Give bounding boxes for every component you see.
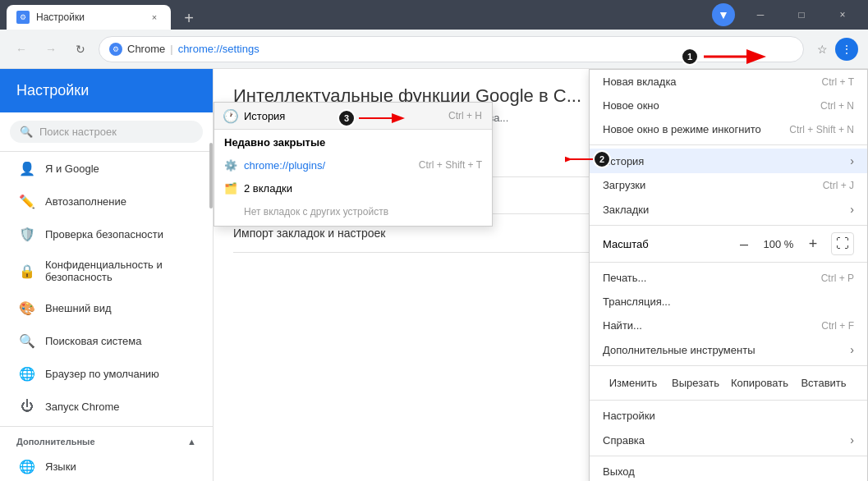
content-area: Интеллектуальные функции Google в С... С… <box>214 69 868 481</box>
annotation-2: 2 <box>593 150 611 168</box>
menu-settings[interactable]: Настройки <box>590 404 867 428</box>
sidebar-item-security[interactable]: 🛡️ Проверка безопасности <box>0 218 213 250</box>
sidebar-item-default-browser[interactable]: 🌐 Браузер по умолчанию <box>0 357 213 390</box>
title-bar: ⚙ Настройки × + ▼ ─ □ × <box>0 0 868 30</box>
copy-button[interactable]: Копировать <box>728 373 792 393</box>
menu-edit-row: Изменить Вырезать Копировать Вставить <box>590 369 867 396</box>
window-close-button[interactable]: × <box>824 0 861 30</box>
additional-arrow: ▲ <box>187 437 196 447</box>
sidebar-label-startup: Запуск Chrome <box>45 401 120 413</box>
sidebar-item-privacy[interactable]: 🔒 Конфиденциальность и безопасность <box>0 250 213 291</box>
plugin-icon: ⚙️ <box>224 158 237 172</box>
sidebar-item-autofill[interactable]: ✏️ Автозаполнение <box>0 185 213 218</box>
tab-close-button[interactable]: × <box>148 11 161 24</box>
sidebar-item-search[interactable]: 🔍 Поисковая система <box>0 324 213 357</box>
forward-button[interactable]: → <box>39 38 62 61</box>
sidebar-item-languages[interactable]: 🌐 Языки <box>0 450 213 481</box>
bookmark-button[interactable]: ☆ <box>811 38 834 61</box>
incognito-shortcut: Ctrl + Shift + N <box>789 124 854 135</box>
search-placeholder: Поиск настроек <box>39 126 117 138</box>
history-header-shortcut: Ctrl + H <box>448 110 482 121</box>
annotation-2-group: 2 <box>565 150 611 168</box>
menu-sep-5 <box>590 400 867 401</box>
profile-button[interactable]: ▼ <box>712 3 735 26</box>
chrome-menu-button[interactable]: ⋮ <box>835 38 858 61</box>
help-arrow: › <box>850 433 854 447</box>
menu-incognito[interactable]: Новое окно в режиме инкогнито Ctrl + Shi… <box>590 117 867 141</box>
search-box[interactable]: 🔍 Поиск настроек <box>10 121 203 143</box>
minimize-button[interactable]: ─ <box>742 0 779 30</box>
sidebar-search[interactable]: 🔍 Поиск настроек <box>0 112 213 152</box>
annotation-1: 1 <box>681 48 699 66</box>
new-tab-shortcut: Ctrl + T <box>822 76 854 88</box>
menu-new-window[interactable]: Новое окно Ctrl + N <box>590 94 867 117</box>
menu-sep-3 <box>590 262 867 263</box>
bookmarks-arrow: › <box>850 203 854 216</box>
reload-button[interactable]: ↻ <box>69 38 92 61</box>
tab-title: Настройки <box>36 11 141 23</box>
tabs-icon: 🗂️ <box>224 181 237 195</box>
new-tab-button[interactable]: + <box>177 7 200 30</box>
arrow-3-svg <box>359 112 408 125</box>
chrome-menu: Новая вкладка Ctrl + T Новое окно Ctrl +… <box>589 69 868 481</box>
plugin-label: chrome://plugins/ <box>244 159 325 172</box>
history-header-label: История <box>244 110 285 122</box>
recently-closed-label: Недавно закрытые <box>224 136 325 149</box>
menu-exit[interactable]: Выход <box>590 460 867 481</box>
menu-downloads[interactable]: Загрузки Ctrl + J <box>590 173 867 197</box>
history-no-tabs: Нет вкладок с других устройств <box>214 199 492 226</box>
menu-zoom-row: Масштаб – 100 % + ⛶ <box>590 229 867 259</box>
autofill-icon: ✏️ <box>19 193 35 209</box>
back-button[interactable]: ← <box>10 38 33 61</box>
menu-help[interactable]: Справка › <box>590 428 867 452</box>
help-label: Справка <box>603 434 645 447</box>
tabs-label: 2 вкладки <box>244 182 292 195</box>
menu-print[interactable]: Печать... Ctrl + P <box>590 266 867 290</box>
sidebar-section-additional: Дополнительные ▲ <box>0 430 213 450</box>
zoom-plus-button[interactable]: + <box>801 232 824 255</box>
url-favicon: ⚙ <box>109 43 122 56</box>
tab-favicon: ⚙ <box>16 11 30 24</box>
me-google-icon: 👤 <box>19 160 35 176</box>
paste-button[interactable]: Вставить <box>793 373 854 393</box>
toolbar-buttons: ☆ ⋮ <box>811 38 858 61</box>
incognito-label: Новое окно в режиме инкогнито <box>603 123 761 135</box>
active-tab[interactable]: ⚙ Настройки × <box>7 5 171 30</box>
menu-new-tab[interactable]: Новая вкладка Ctrl + T <box>590 70 867 94</box>
settings-label: Настройки <box>603 410 655 422</box>
print-label: Печать... <box>603 272 646 284</box>
security-icon: 🛡️ <box>19 226 35 242</box>
maximize-button[interactable]: □ <box>783 0 820 30</box>
menu-more-tools[interactable]: Дополнительные инструменты › <box>590 337 867 362</box>
sidebar-scrollbar[interactable] <box>209 143 213 208</box>
fullscreen-button[interactable]: ⛶ <box>831 232 854 255</box>
url-prefix: Chrome <box>127 43 165 55</box>
sidebar: Настройки 🔍 Поиск настроек 👤 Я и Google … <box>0 69 214 481</box>
startup-icon: ⏻ <box>19 398 35 415</box>
sidebar-item-startup[interactable]: ⏻ Запуск Chrome <box>0 390 213 423</box>
zoom-value: 100 % <box>759 238 798 250</box>
annotation-3: 3 <box>338 109 356 127</box>
menu-history[interactable]: История › 2 <box>590 149 867 173</box>
url-text: chrome://settings <box>178 43 259 55</box>
menu-bookmarks[interactable]: Закладки › <box>590 197 867 222</box>
cut-button[interactable]: Вырезать <box>665 373 726 393</box>
sidebar-label-default-browser: Браузер по умолчанию <box>45 368 159 380</box>
no-tabs-text: Нет вкладок с других устройств <box>244 206 388 218</box>
print-shortcut: Ctrl + P <box>821 273 854 284</box>
menu-sep-1 <box>590 144 867 145</box>
back-icon: ← <box>16 43 27 56</box>
sidebar-item-appearance[interactable]: 🎨 Внешний вид <box>0 291 213 324</box>
menu-sep-6 <box>590 456 867 456</box>
import-label: Импорт закладок и настроек <box>233 227 385 240</box>
history-plugin-row[interactable]: ⚙️ chrome://plugins/ Ctrl + Shift + T <box>214 153 492 176</box>
sidebar-label-search: Поисковая система <box>45 335 142 347</box>
menu-cast[interactable]: Трансляция... <box>590 290 867 314</box>
zoom-minus-button[interactable]: – <box>733 232 755 255</box>
history-submenu: 🕐 История Ctrl + H 3 Недавно закрытые <box>214 102 493 227</box>
history-tabs-row[interactable]: 🗂️ 2 вкладки <box>214 176 492 199</box>
menu-find[interactable]: Найти... Ctrl + F <box>590 314 867 337</box>
bookmarks-label: Закладки <box>603 204 649 216</box>
sidebar-item-me-google[interactable]: 👤 Я и Google <box>0 152 213 185</box>
edit-button[interactable]: Изменить <box>603 373 664 393</box>
